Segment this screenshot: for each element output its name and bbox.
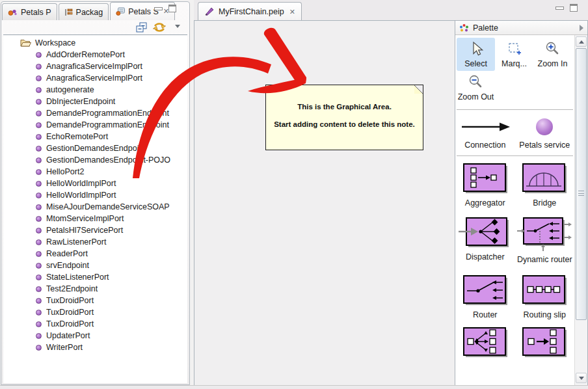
link-with-editor-button[interactable]	[153, 21, 166, 33]
tree-item[interactable]: HelloWorldImplPort	[3, 189, 187, 201]
palette-item-routing-slip[interactable]: Routing slip	[515, 273, 575, 320]
maximize-icon[interactable]	[168, 5, 176, 12]
tree-item[interactable]: TuxDroidPort	[3, 306, 187, 318]
note-line2: Start adding content to delete this note…	[266, 120, 423, 128]
palette-tool-select[interactable]: Select	[457, 38, 495, 71]
tree-item-label: PetalsHl7ServicePort	[46, 226, 123, 235]
service-port-icon	[36, 333, 42, 339]
collapse-all-button[interactable]	[135, 21, 148, 33]
tree-item[interactable]: AnagraficaServiceImplPort	[3, 60, 187, 72]
tree-item-label: HelloWorldImplPort	[46, 179, 116, 188]
tree-item[interactable]: DbInjecterEndpoint	[3, 96, 187, 107]
tree-item-label: EchoRemotePort	[46, 132, 108, 141]
palette-item-router[interactable]: Router	[455, 273, 515, 320]
chain-editor-pen-icon	[204, 7, 215, 16]
tree-item[interactable]: HelloWorldImplPort	[3, 178, 187, 189]
tab-label: Packag	[76, 8, 103, 17]
package-explorer-icon	[64, 8, 73, 16]
tree-item[interactable]: AnagraficaServiceImplPort	[3, 72, 187, 84]
palette-header[interactable]: Palette	[455, 21, 587, 35]
view-window-buttons	[154, 5, 176, 12]
palette-item-petals-service[interactable]: Petals service	[515, 116, 575, 150]
tree-item-label: AnagraficaServiceImplPort	[46, 62, 142, 71]
tree-item[interactable]: MtomServiceImplPort	[3, 213, 187, 224]
palette-scrollbar[interactable]	[574, 35, 587, 385]
connection-arrow-icon	[459, 116, 511, 137]
tree-item-label: GestionDemandesEndpoint-POJO	[46, 155, 170, 165]
tree-item[interactable]: WriterPort	[3, 342, 187, 353]
palette-item-unlabeled-2[interactable]	[515, 325, 575, 362]
palette-tool-zoom-out[interactable]: Zoom Out	[457, 71, 495, 104]
service-port-icon	[36, 239, 42, 245]
palette-item-dynamic-router[interactable]: Dynamic router	[515, 215, 575, 265]
service-port-icon	[36, 87, 42, 93]
tree-item[interactable]: EchoRemotePort	[3, 131, 187, 142]
service-port-icon	[36, 64, 42, 70]
tree-item[interactable]: srvEndpoint	[3, 260, 187, 271]
marquee-icon	[507, 40, 522, 58]
service-port-icon	[36, 204, 42, 210]
scrollbar-thumb[interactable]	[576, 48, 587, 320]
tree-item-list: AddOrderRemotePortAnagraficaServiceImplP…	[3, 49, 187, 353]
tree-root-workspace[interactable]: Workspace	[3, 37, 187, 49]
tree-item[interactable]: GestionDemandesEndpoint	[3, 142, 187, 154]
palette-tool-zoom-in[interactable]: Zoom In	[533, 38, 572, 71]
tree-item-label: StateListenerPort	[46, 273, 109, 282]
palette-item-aggregator[interactable]: Aggregator	[455, 161, 515, 208]
petals-project-icon	[8, 8, 18, 16]
tree-item-label: DemandeProgrammationEndpoint	[46, 120, 169, 129]
minimize-icon[interactable]	[555, 7, 564, 10]
tree-item[interactable]: HelloPort2	[3, 166, 187, 178]
tab-petals-projects[interactable]: Petals P	[2, 3, 57, 20]
service-port-icon	[36, 99, 42, 105]
tree-item-label: DemandeProgrammationEndpoint	[46, 109, 169, 118]
close-tab-icon[interactable]: ✕	[289, 8, 295, 16]
router-icon	[460, 273, 511, 307]
palette-item-bridge[interactable]: Bridge	[515, 161, 575, 208]
scatter-gather-icon	[460, 325, 511, 359]
tree-item[interactable]: MiseAJourDemandeServiceSOAP	[3, 201, 187, 213]
service-port-icon	[36, 275, 42, 280]
tab-package-explorer[interactable]: Packag	[59, 3, 109, 20]
tree-item-label: TuxDroidPort	[46, 308, 94, 317]
palette-item-connection[interactable]: Connection	[455, 116, 515, 150]
services-tree[interactable]: Workspace AddOrderRemotePortAnagraficaSe…	[3, 34, 187, 383]
tree-item-label: TuxDroidPort	[46, 319, 94, 329]
service-port-icon	[36, 298, 42, 304]
window-bottom-edge	[0, 385, 588, 389]
scroll-up-button[interactable]	[576, 36, 587, 47]
tree-item[interactable]: RawListenerPort	[3, 236, 187, 248]
tree-item[interactable]: ReaderPort	[3, 248, 187, 260]
tree-item[interactable]: PetalsHl7ServicePort	[3, 224, 187, 236]
tree-item[interactable]: AddOrderRemotePort	[3, 49, 187, 60]
palette-title: Palette	[473, 23, 498, 33]
tree-item[interactable]: autogenerate	[3, 84, 187, 96]
tab-myfirstchain-editor[interactable]: MyFirstChain.peip ✕	[198, 2, 302, 21]
service-port-icon	[36, 251, 42, 257]
petals-services-icon	[116, 7, 125, 16]
graphical-canvas[interactable]: This is the Graphical Area. Start adding…	[194, 20, 588, 385]
tree-item-label: GestionDemandesEndpoint	[46, 144, 146, 153]
palette-item-unlabeled-1[interactable]	[455, 325, 515, 362]
tree-item[interactable]: Test2Endpoint	[3, 283, 187, 295]
palette-collapse-arrow-icon[interactable]	[580, 25, 583, 31]
palette-item-dispatcher[interactable]: Dispatcher	[455, 215, 515, 265]
canvas-note[interactable]: This is the Graphical Area. Start adding…	[265, 85, 423, 150]
tree-item[interactable]: GestionDemandesEndpoint-POJO	[3, 154, 187, 166]
minimize-icon[interactable]	[154, 7, 163, 10]
tree-item[interactable]: DemandeProgrammationEndpoint	[3, 107, 187, 119]
view-menu-button[interactable]	[171, 21, 184, 33]
tree-item[interactable]: UpdaterPort	[3, 330, 187, 342]
tree-item[interactable]: StateListenerPort	[3, 271, 187, 283]
tree-item[interactable]: DemandeProgrammationEndpoint	[3, 119, 187, 131]
palette-icon	[459, 23, 469, 33]
palette-tool-marquee[interactable]: Marq...	[495, 38, 533, 71]
tree-item[interactable]: TuxDroidPort	[3, 295, 187, 306]
service-port-icon	[36, 75, 42, 81]
tree-item[interactable]: TuxDroidPort	[3, 318, 187, 330]
maximize-icon[interactable]	[570, 4, 578, 12]
service-port-icon	[36, 52, 42, 58]
scroll-down-button[interactable]	[576, 373, 587, 383]
tree-root-label: Workspace	[35, 38, 75, 47]
tree-item-label: AnagraficaServiceImplPort	[46, 74, 142, 83]
